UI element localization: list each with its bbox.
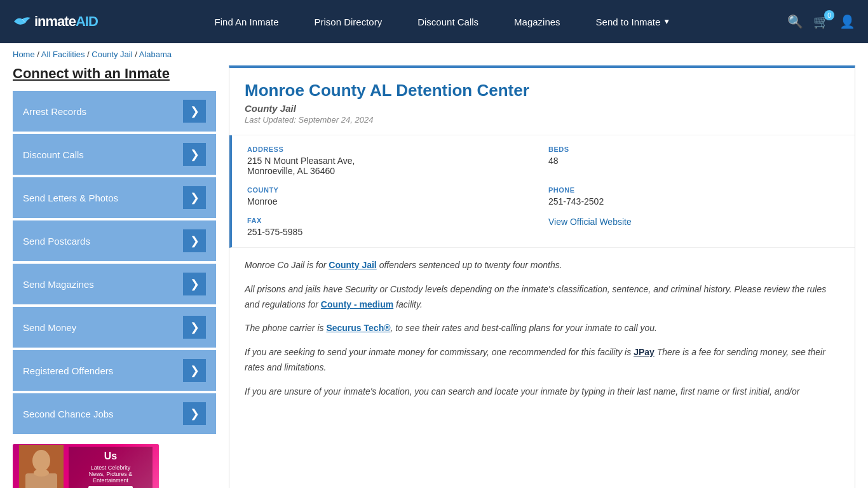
breadcrumb-all-facilities[interactable]: All Facilities (41, 50, 85, 59)
cart-badge: 0 (824, 10, 834, 20)
svg-point-3 (34, 469, 49, 477)
sidebar-arrow-icon: ❯ (183, 402, 206, 425)
nav-prison-directory[interactable]: Prison Directory (296, 17, 400, 27)
breadcrumb-county-jail[interactable]: County Jail (92, 50, 132, 59)
address-line1: 215 N Mount Pleasant Ave, (247, 156, 538, 166)
county-jail-link[interactable]: County Jail (329, 260, 376, 270)
ad-person-image (19, 445, 64, 488)
nav-discount-calls[interactable]: Discount Calls (400, 17, 496, 27)
sidebar-arrow-icon: ❯ (183, 186, 206, 209)
logo-text: inmateAID (34, 13, 98, 30)
sidebar-item-arrest-records[interactable]: Arrest Records ❯ (13, 91, 216, 132)
sidebar-item-second-chance-jobs[interactable]: Second Chance Jobs ❯ (13, 393, 216, 434)
sidebar-item-discount-calls[interactable]: Discount Calls ❯ (13, 134, 216, 175)
ad-brand: Us (74, 451, 147, 462)
sidebar-menu: Arrest Records ❯ Discount Calls ❯ Send L… (13, 91, 216, 434)
address-line2: Monroeville, AL 36460 (247, 166, 538, 176)
sidebar-item-send-letters[interactable]: Send Letters & Photos ❯ (13, 177, 216, 218)
sidebar-title: Connect with an Inmate (13, 65, 216, 82)
ad-content: Us Latest Celebrity News, Pictures & Ent… (69, 447, 153, 489)
facility-content: Monroe County AL Detention Center County… (229, 65, 855, 488)
facility-updated: Last Updated: September 24, 2024 (245, 115, 839, 125)
sidebar-arrow-icon: ❯ (183, 273, 206, 295)
facility-info-grid: ADDRESS 215 N Mount Pleasant Ave, Monroe… (229, 135, 855, 248)
view-official-website-link[interactable]: View Official Website (548, 217, 632, 227)
sidebar-arrow-icon: ❯ (183, 229, 206, 252)
svg-point-1 (32, 450, 50, 471)
facility-description: Monroe Co Jail is for County Jail offend… (229, 258, 855, 421)
user-icon[interactable]: 👤 (839, 14, 855, 29)
website-block: View Official Website (548, 217, 839, 237)
county-value: Monroe (247, 196, 538, 207)
beds-label: BEDS (548, 146, 839, 153)
sidebar-arrow-icon: ❯ (183, 100, 206, 123)
desc-paragraph-4: If you are seeking to send your inmate m… (245, 345, 839, 376)
fax-value: 251-575-5985 (247, 227, 538, 237)
county-label: COUNTY (247, 186, 538, 194)
breadcrumb-alabama[interactable]: Alabama (139, 50, 172, 59)
fax-label: FAX (247, 217, 538, 224)
nav-send-to-inmate[interactable]: Send to Inmate ▼ (578, 17, 689, 27)
ad-line2: News, Pictures & (74, 471, 147, 477)
ad-line1: Latest Celebrity (74, 464, 147, 471)
sidebar-item-send-magazines[interactable]: Send Magazines ❯ (13, 264, 216, 304)
sidebar-item-send-money[interactable]: Send Money ❯ (13, 307, 216, 348)
main-nav: Find An Inmate Prison Directory Discount… (98, 17, 787, 27)
nav-find-inmate[interactable]: Find An Inmate (197, 17, 297, 27)
sidebar-arrow-icon: ❯ (183, 359, 206, 382)
county-block: COUNTY Monroe (247, 186, 538, 207)
site-header: inmateAID Find An Inmate Prison Director… (0, 0, 868, 43)
logo[interactable]: inmateAID (13, 13, 98, 30)
desc-paragraph-2: All prisons and jails have Security or C… (245, 282, 839, 313)
desc-paragraph-1: Monroe Co Jail is for County Jail offend… (245, 258, 839, 273)
sidebar-ad[interactable]: Us Latest Celebrity News, Pictures & Ent… (13, 444, 216, 488)
sidebar-item-send-postcards[interactable]: Send Postcards ❯ (13, 220, 216, 261)
breadcrumb-home[interactable]: Home (13, 50, 35, 59)
fax-block: FAX 251-575-5985 (247, 217, 538, 237)
ad-subscribe-button[interactable]: Subscribe Now (88, 486, 133, 489)
search-icon[interactable]: 🔍 (787, 14, 803, 29)
county-medium-link[interactable]: County - medium (321, 299, 393, 309)
desc-paragraph-3: The phone carrier is Securus Tech®, to s… (245, 321, 839, 336)
header-icons: 🔍 🛒 0 👤 (787, 14, 855, 29)
cart-icon[interactable]: 🛒 0 (813, 14, 829, 29)
facility-header: Monroe County AL Detention Center County… (229, 68, 855, 135)
address-block: ADDRESS 215 N Mount Pleasant Ave, Monroe… (247, 146, 538, 176)
beds-value: 48 (548, 156, 839, 166)
facility-type: County Jail (245, 103, 839, 114)
sidebar-arrow-icon: ❯ (183, 316, 206, 339)
breadcrumb: Home / All Facilities / County Jail / Al… (0, 43, 868, 65)
phone-label: PHONE (548, 186, 839, 194)
desc-paragraph-5: If you are unsure of your inmate's locat… (245, 384, 839, 400)
address-label: ADDRESS (247, 146, 538, 153)
sidebar-arrow-icon: ❯ (183, 143, 206, 166)
sidebar: Connect with an Inmate Arrest Records ❯ … (13, 65, 216, 488)
facility-name: Monroe County AL Detention Center (245, 81, 839, 100)
ad-line3: Entertainment (74, 477, 147, 484)
jpay-link[interactable]: JPay (634, 347, 654, 357)
beds-block: BEDS 48 (548, 146, 839, 176)
phone-value: 251-743-2502 (548, 196, 839, 207)
sidebar-item-registered-offenders[interactable]: Registered Offenders ❯ (13, 350, 216, 391)
dropdown-arrow-icon: ▼ (663, 17, 670, 26)
nav-magazines[interactable]: Magazines (496, 17, 578, 27)
phone-block: PHONE 251-743-2502 (548, 186, 839, 207)
securus-tech-link[interactable]: Securus Tech® (326, 323, 390, 333)
main-layout: Connect with an Inmate Arrest Records ❯ … (0, 65, 868, 488)
